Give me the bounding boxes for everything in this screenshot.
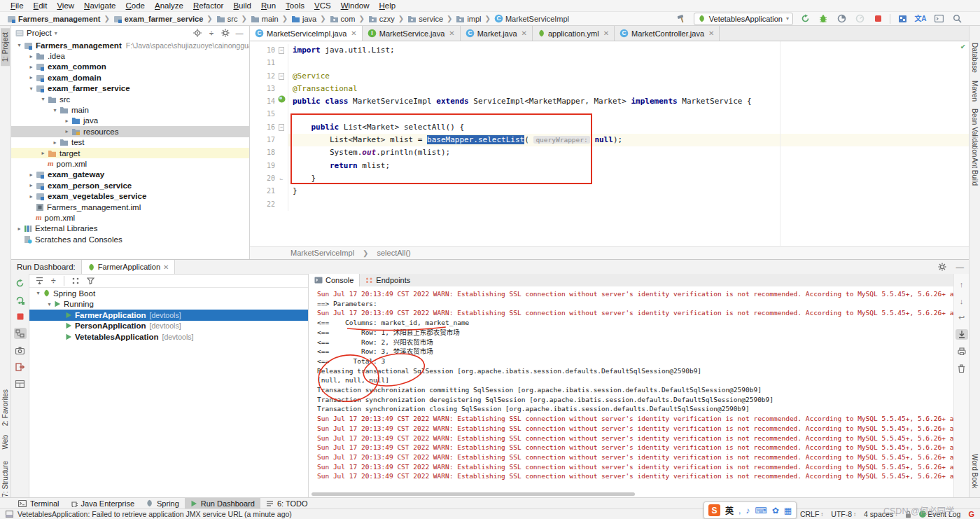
plugins-window-icon[interactable] [896, 13, 909, 25]
close-icon[interactable]: ✕ [449, 29, 454, 37]
chevron-right-icon[interactable]: ▸ [50, 139, 59, 146]
g-overlay-icon[interactable]: G [968, 510, 974, 518]
tree-item-external-libraries[interactable]: ▸External Libraries [11, 223, 249, 234]
close-icon[interactable]: ✕ [163, 263, 169, 271]
tree-item-exam-vegetables-service[interactable]: ▸exam_vegetables_service [11, 191, 249, 201]
breadcrumb-item[interactable]: com [330, 15, 356, 23]
run-dashboard-tab[interactable]: FarmerApplication ✕ [81, 260, 176, 274]
menu-item-view[interactable]: View [52, 1, 79, 10]
gear-icon[interactable] [933, 260, 951, 274]
tool-window-toggle-icon[interactable] [6, 511, 13, 518]
hide-panel-icon[interactable]: — [234, 29, 245, 37]
status-message[interactable]: VetetablesApplication: Failed to retriev… [18, 510, 292, 518]
menu-item-refactor[interactable]: Refactor [188, 1, 228, 10]
chevron-down-icon[interactable]: ▾ [55, 30, 57, 36]
menu-item-vcs[interactable]: VCS [309, 1, 336, 10]
search-everywhere-icon[interactable] [951, 13, 963, 25]
code-line-14[interactable]: 14public class MarketServiceImpl extends… [250, 95, 969, 108]
scroll-to-end-icon[interactable] [955, 329, 968, 340]
thread-dump-camera-icon[interactable] [14, 345, 27, 356]
chevron-right-icon[interactable]: ▸ [27, 53, 36, 60]
chevron-right-icon[interactable]: ▸ [15, 226, 24, 232]
gutter[interactable]: 22 [250, 198, 288, 211]
close-icon[interactable]: ✕ [603, 29, 609, 37]
menu-item-edit[interactable]: Edit [29, 1, 52, 10]
chevron-right-icon[interactable]: ▸ [62, 128, 71, 134]
console-tab-console[interactable]: Console [309, 274, 360, 286]
run-tree-item-spring-boot[interactable]: ▾Spring Boot [29, 288, 308, 299]
breadcrumb-item[interactable]: Farmers_management [7, 15, 100, 23]
tree-item-resources[interactable]: ▸resources [11, 126, 249, 137]
editor-tab-application-yml[interactable]: application.yml✕ [533, 26, 615, 41]
collapse-all-icon[interactable]: ÷ [206, 29, 217, 37]
menu-item-run[interactable]: Run [256, 1, 281, 10]
gear-icon[interactable] [220, 29, 231, 37]
rerun-button[interactable] [799, 13, 811, 25]
tree-item-src[interactable]: ▾src [11, 94, 249, 104]
code-line-19[interactable]: 19 return mlist; [250, 160, 969, 172]
gutter[interactable]: 20⌐ [250, 172, 288, 185]
breadcrumb-item[interactable]: main [251, 15, 279, 23]
code-line-11[interactable]: 11 [250, 57, 969, 69]
editor-body[interactable]: 10−import java.util.List;1112−@Service13… [250, 41, 969, 247]
gutter[interactable]: 11 [250, 57, 288, 69]
tree-item-test[interactable]: ▸test [11, 137, 249, 148]
breadcrumb-item[interactable]: src [216, 15, 238, 23]
fold-marker-icon[interactable]: ⌐ [276, 172, 286, 185]
menu-item-build[interactable]: Build [228, 1, 256, 10]
chevron-right-icon[interactable]: ▸ [27, 64, 36, 70]
console-tab-endpoints[interactable]: Endpoints [360, 274, 416, 286]
chevron-down-icon[interactable]: ▾ [38, 96, 48, 102]
menu-item-analyze[interactable]: Analyze [150, 1, 188, 10]
build-hammer-icon[interactable] [676, 13, 688, 25]
editor-tab-marketcontroller-java[interactable]: CMarketController.java✕ [615, 26, 720, 41]
tool-strip-word-book[interactable]: Word Book [970, 450, 979, 492]
editor-breadcrumb-item[interactable]: MarketServiceImpl [290, 249, 354, 257]
breadcrumb-item[interactable]: czxy [368, 15, 395, 23]
tool-strip-database[interactable]: Database [970, 39, 979, 77]
encoding-selector[interactable]: UTF-8↕ [831, 510, 856, 518]
ime-language-indicator[interactable]: 英 [725, 504, 734, 516]
chevron-down-icon[interactable]: ▾ [50, 107, 59, 113]
editor-tab-marketserviceimpl-java[interactable]: CMarketServiceImpl.java✕ [250, 26, 363, 41]
tree-item-pom-xml[interactable]: mpom.xml [11, 212, 249, 223]
chevron-down-icon[interactable]: ▾ [27, 85, 36, 92]
console-output[interactable]: Sun Jul 17 20:13:49 CST 2022 WARN: Estab… [309, 286, 953, 497]
debug-button[interactable] [817, 13, 830, 25]
menu-item-navigate[interactable]: Navigate [79, 1, 120, 10]
code-line-10[interactable]: 10−import java.util.List; [250, 44, 969, 57]
breadcrumb-item[interactable]: impl [456, 15, 481, 23]
exit-icon[interactable] [14, 361, 27, 373]
down-stack-trace-icon[interactable]: ↓ [955, 296, 968, 306]
tree-item-pom-xml[interactable]: mpom.xml [11, 158, 249, 169]
breadcrumb-item[interactable]: java [291, 15, 316, 23]
code-line-18[interactable]: 18 System.out.println(mlist); [250, 146, 969, 159]
terminal-window-icon[interactable] [932, 13, 945, 25]
gutter[interactable]: 18 [250, 146, 288, 159]
code-line-21[interactable]: 21} [250, 185, 969, 198]
clear-trash-icon[interactable] [955, 363, 968, 373]
fold-marker-icon[interactable]: − [276, 70, 286, 83]
close-icon[interactable]: ✕ [708, 29, 714, 37]
translate-icon[interactable]: 文A [914, 13, 927, 25]
coverage-button[interactable] [835, 13, 848, 25]
close-icon[interactable]: ✕ [522, 29, 527, 37]
horizontal-scrollbar[interactable] [312, 492, 635, 496]
code-line-15[interactable]: 15 [250, 108, 969, 120]
chevron-right-icon[interactable]: ▸ [62, 118, 71, 124]
menu-item-tools[interactable]: Tools [281, 1, 309, 10]
code-line-16[interactable]: 16− public List<Market> selectAll() { [250, 121, 969, 134]
breadcrumb-item[interactable]: service [407, 15, 443, 23]
code-line-17[interactable]: 17 List<Market> mlist = baseMapper.selec… [250, 134, 969, 146]
menu-item-code[interactable]: Code [121, 1, 150, 10]
tool-window-button-terminal[interactable]: Terminal [13, 498, 65, 508]
chevron-right-icon[interactable]: ▸ [27, 74, 36, 81]
collapse-all-icon[interactable]: ÷ [51, 276, 56, 286]
gutter[interactable]: 19 [250, 160, 288, 172]
close-icon[interactable]: ✕ [351, 29, 356, 37]
tool-window-button-spring[interactable]: Spring [140, 498, 185, 508]
line-separator-selector[interactable]: CRLF↕ [800, 510, 823, 518]
tree-item-exam-person-service[interactable]: ▸exam_person_service [11, 180, 249, 191]
gutter[interactable]: 10− [250, 44, 288, 57]
expand-all-icon[interactable] [36, 277, 43, 284]
